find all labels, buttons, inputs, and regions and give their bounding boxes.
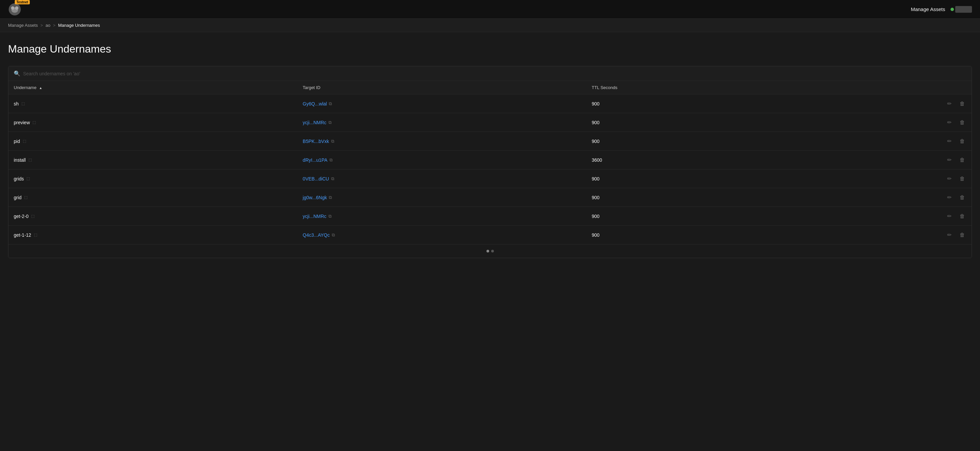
cell-undername-6: get-2-0 ⬚ xyxy=(8,207,298,226)
undername-link-4[interactable]: grids xyxy=(14,176,24,182)
edit-button-3[interactable]: ✏ xyxy=(946,155,953,164)
cell-target-6: ycji...NMRc ⧉ xyxy=(298,207,586,226)
avatar-status-dot xyxy=(951,8,954,11)
cell-ttl-6: 900 xyxy=(586,207,779,226)
external-link-icon-7[interactable]: ⬚ xyxy=(34,233,37,237)
table-row: preview ⬚ ycji...NMRc ⧉ 900 ✏ 🗑 xyxy=(8,113,972,132)
table-row: pid ⬚ B5PK...bVxk ⧉ 900 ✏ 🗑 xyxy=(8,132,972,151)
copy-icon-7[interactable]: ⧉ xyxy=(332,233,335,238)
undername-link-7[interactable]: get-1-12 xyxy=(14,233,31,238)
target-id-link-7[interactable]: Q4c3...AYQc ⧉ xyxy=(303,233,581,238)
cell-actions-2: ✏ 🗑 xyxy=(779,132,972,151)
undername-link-1[interactable]: preview xyxy=(14,120,30,125)
pagination-dot-2[interactable] xyxy=(491,250,494,252)
ttl-value-5: 900 xyxy=(592,195,599,200)
copy-icon-1[interactable]: ⧉ xyxy=(328,120,331,125)
cell-ttl-4: 900 xyxy=(586,169,779,188)
undername-link-5[interactable]: grid xyxy=(14,195,21,200)
cell-target-4: 0VEB...diCU ⧉ xyxy=(298,169,586,188)
edit-button-1[interactable]: ✏ xyxy=(946,118,953,127)
cell-actions-4: ✏ 🗑 xyxy=(779,169,972,188)
table-row: grids ⬚ 0VEB...diCU ⧉ 900 ✏ 🗑 xyxy=(8,169,972,188)
external-link-icon-0[interactable]: ⬚ xyxy=(21,102,25,106)
target-id-link-2[interactable]: B5PK...bVxk ⧉ xyxy=(303,139,581,144)
table-header-row: Undername ▲ Target ID TTL Seconds xyxy=(8,81,972,94)
undername-link-0[interactable]: sh xyxy=(14,101,19,107)
external-link-icon-3[interactable]: ⬚ xyxy=(29,158,32,162)
target-id-link-4[interactable]: 0VEB...diCU ⧉ xyxy=(303,176,581,182)
cell-actions-3: ✏ 🗑 xyxy=(779,151,972,169)
breadcrumb-separator-2: > xyxy=(53,23,55,28)
table-header: Undername ▲ Target ID TTL Seconds xyxy=(8,81,972,94)
cell-actions-0: ✏ 🗑 xyxy=(779,94,972,113)
breadcrumb: Manage Assets > ao > Manage Undernames xyxy=(0,19,980,32)
copy-icon-0[interactable]: ⧉ xyxy=(329,101,332,107)
table-container: 🔍 Undername ▲ Target ID TTL Seconds xyxy=(8,66,972,258)
edit-button-6[interactable]: ✏ xyxy=(946,212,953,221)
cell-ttl-0: 900 xyxy=(586,94,779,113)
cell-target-2: B5PK...bVxk ⧉ xyxy=(298,132,586,151)
svg-point-3 xyxy=(15,6,18,10)
delete-button-1[interactable]: 🗑 xyxy=(958,118,966,127)
delete-button-7[interactable]: 🗑 xyxy=(958,231,966,239)
cell-actions-1: ✏ 🗑 xyxy=(779,113,972,132)
delete-button-0[interactable]: 🗑 xyxy=(958,99,966,108)
edit-button-0[interactable]: ✏ xyxy=(946,99,953,108)
target-id-link-5[interactable]: jg0w...6Ngk ⧉ xyxy=(303,195,581,200)
ttl-value-3: 3600 xyxy=(592,157,602,163)
external-link-icon-2[interactable]: ⬚ xyxy=(23,139,26,143)
delete-button-5[interactable]: 🗑 xyxy=(958,193,966,202)
edit-button-5[interactable]: ✏ xyxy=(946,193,953,202)
delete-button-3[interactable]: 🗑 xyxy=(958,156,966,164)
delete-button-6[interactable]: 🗑 xyxy=(958,212,966,221)
search-input[interactable] xyxy=(23,71,966,76)
external-link-icon-5[interactable]: ⬚ xyxy=(24,195,27,199)
cell-ttl-2: 900 xyxy=(586,132,779,151)
sort-icon-undername[interactable]: ▲ xyxy=(39,86,43,90)
copy-icon-4[interactable]: ⧉ xyxy=(331,176,334,182)
header-left: Testnet xyxy=(8,3,21,16)
undername-link-3[interactable]: install xyxy=(14,157,26,163)
external-link-icon-4[interactable]: ⬚ xyxy=(27,177,30,181)
breadcrumb-ao[interactable]: ao xyxy=(46,23,50,28)
target-id-link-1[interactable]: ycji...NMRc ⧉ xyxy=(303,120,581,125)
edit-button-7[interactable]: ✏ xyxy=(946,230,953,239)
target-id-link-0[interactable]: Gy6Q...wlal ⧉ xyxy=(303,101,581,107)
table-row: sh ⬚ Gy6Q...wlal ⧉ 900 ✏ 🗑 xyxy=(8,94,972,113)
table-row: get-2-0 ⬚ ycji...NMRc ⧉ 900 ✏ 🗑 xyxy=(8,207,972,226)
delete-button-2[interactable]: 🗑 xyxy=(958,137,966,146)
avatar-bar xyxy=(955,6,972,13)
search-icon: 🔍 xyxy=(14,70,21,76)
cell-undername-2: pid ⬚ xyxy=(8,132,298,151)
external-link-icon-1[interactable]: ⬚ xyxy=(32,120,36,124)
table-row: grid ⬚ jg0w...6Ngk ⧉ 900 ✏ 🗑 xyxy=(8,188,972,207)
delete-button-4[interactable]: 🗑 xyxy=(958,174,966,183)
header-right: Manage Assets xyxy=(911,6,972,13)
undernames-table: Undername ▲ Target ID TTL Seconds sh ⬚ xyxy=(8,81,972,244)
copy-icon-5[interactable]: ⧉ xyxy=(329,195,332,200)
copy-icon-2[interactable]: ⧉ xyxy=(331,139,334,144)
cell-undername-4: grids ⬚ xyxy=(8,169,298,188)
edit-button-4[interactable]: ✏ xyxy=(946,174,953,183)
ttl-value-0: 900 xyxy=(592,101,599,107)
breadcrumb-current: Manage Undernames xyxy=(58,23,100,28)
undername-link-6[interactable]: get-2-0 xyxy=(14,214,29,219)
copy-icon-6[interactable]: ⧉ xyxy=(328,214,331,219)
cell-undername-5: grid ⬚ xyxy=(8,188,298,207)
logo-icon xyxy=(8,3,21,16)
edit-button-2[interactable]: ✏ xyxy=(946,137,953,146)
ttl-value-6: 900 xyxy=(592,214,599,219)
table-body: sh ⬚ Gy6Q...wlal ⧉ 900 ✏ 🗑 xyxy=(8,94,972,244)
copy-icon-3[interactable]: ⧉ xyxy=(329,157,332,163)
cell-target-5: jg0w...6Ngk ⧉ xyxy=(298,188,586,207)
breadcrumb-manage-assets[interactable]: Manage Assets xyxy=(8,23,38,28)
target-id-link-3[interactable]: dRyI...u1PA ⧉ xyxy=(303,157,581,163)
cell-target-7: Q4c3...AYQc ⧉ xyxy=(298,226,586,244)
page-title: Manage Undernames xyxy=(8,43,972,55)
cell-target-1: ycji...NMRc ⧉ xyxy=(298,113,586,132)
target-id-link-6[interactable]: ycji...NMRc ⧉ xyxy=(303,214,581,219)
pagination-dot-1[interactable] xyxy=(487,250,489,252)
external-link-icon-6[interactable]: ⬚ xyxy=(31,214,35,218)
manage-assets-button[interactable]: Manage Assets xyxy=(911,6,945,12)
undername-link-2[interactable]: pid xyxy=(14,139,20,144)
